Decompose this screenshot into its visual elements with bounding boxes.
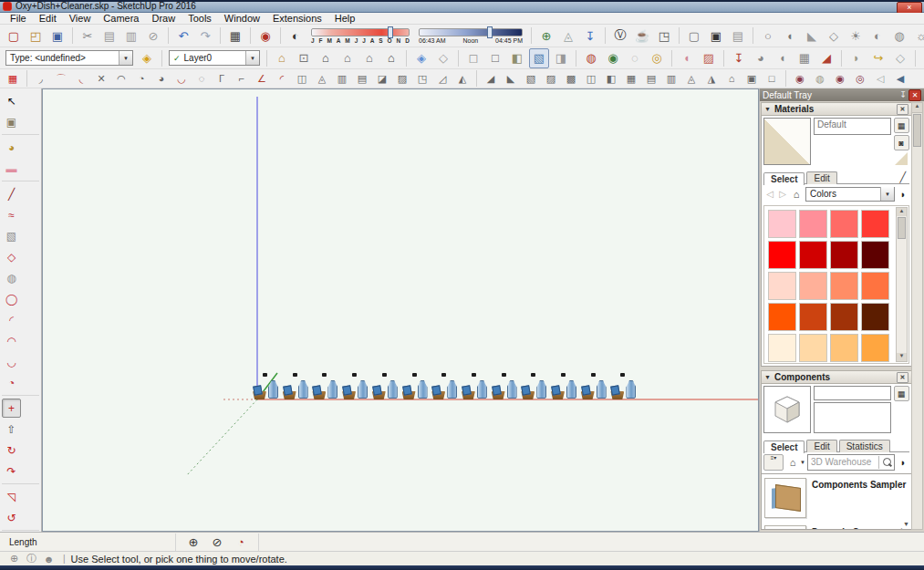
layer-dropdown-arrow[interactable]: ▼	[245, 51, 259, 65]
left-view-icon[interactable]: ⌂	[359, 48, 379, 68]
copy-icon[interactable]: ▤	[99, 26, 119, 46]
in-model-icon[interactable]: ⌂	[785, 457, 800, 468]
toggle-terrain-icon[interactable]: ◬	[558, 26, 578, 46]
door-tool-icon[interactable]: ▨	[542, 70, 560, 88]
rotated-rectangle-tool[interactable]: ◇	[2, 247, 21, 266]
bottle-basket-component[interactable]	[551, 376, 578, 399]
vray-interactive-render-icon[interactable]: ◳	[654, 26, 674, 46]
view-options-icon[interactable]: ≡▾	[763, 454, 784, 471]
skin-wire-icon[interactable]: ◌	[625, 48, 645, 68]
wrap-tool-icon[interactable]: ◇	[890, 48, 910, 68]
color-swatch[interactable]	[861, 303, 889, 331]
shaded-textures-style-icon[interactable]: ▧	[529, 48, 549, 68]
bottle-basket-component[interactable]	[581, 376, 608, 399]
color-swatch[interactable]	[861, 210, 889, 238]
classification-type-combo[interactable]: Type: <undefined> ▼	[5, 50, 133, 66]
shell-tool-icon[interactable]: ◗	[846, 48, 867, 68]
vray-lock-camera-icon[interactable]: ▤	[728, 26, 748, 46]
scale-tool[interactable]: ◹	[2, 487, 21, 506]
vray-mesh-light-icon[interactable]: ◍	[889, 26, 909, 46]
tray-scrollbar[interactable]: ▲	[911, 102, 923, 530]
monochrome-style-icon[interactable]: ◨	[551, 48, 571, 68]
menu-window[interactable]: Window	[218, 13, 266, 24]
bottle-basket-component[interactable]	[372, 376, 400, 399]
vray-batch-render-icon[interactable]: ▣	[706, 26, 726, 46]
polygon-tool[interactable]: ◯	[2, 289, 21, 308]
menu-tools[interactable]: Tools	[182, 13, 218, 24]
new-icon[interactable]: ▢	[4, 26, 24, 46]
warehouse-search-box[interactable]: 3D Warehouse	[807, 454, 895, 471]
secondary-pane-icon[interactable]: ▦	[894, 386, 909, 401]
color-swatch[interactable]	[830, 303, 858, 331]
color-swatch[interactable]	[830, 210, 858, 238]
simplify-icon[interactable]: ◳	[413, 70, 431, 88]
corner-round-icon[interactable]: Γ	[213, 70, 231, 88]
swatch-scrollbar[interactable]: ▲ ▼	[896, 207, 908, 362]
components-header[interactable]: ▼ Components ✕	[761, 370, 912, 384]
extrude-edges-icon[interactable]: ◫	[293, 70, 311, 88]
color-swatch[interactable]	[861, 334, 889, 362]
tab-edit[interactable]: Edit	[806, 171, 836, 184]
details-icon[interactable]: ◗	[897, 189, 909, 200]
solid-trim-icon[interactable]: ◎	[851, 70, 869, 88]
component-name-field[interactable]	[814, 386, 891, 400]
xray-style-icon[interactable]: ◈	[411, 48, 431, 68]
component-folder-thumbnail[interactable]	[764, 478, 806, 518]
secondary-pane-icon[interactable]: ▦	[894, 118, 909, 133]
loop-tool-icon[interactable]: ◔	[132, 70, 151, 88]
create-material-icon[interactable]: ◙	[894, 135, 909, 150]
search-icon[interactable]	[878, 456, 894, 469]
paint-bucket-tool[interactable]: ◕	[2, 138, 21, 157]
three-point-arc-tool[interactable]: ◡	[2, 352, 21, 371]
bottle-basket-component[interactable]	[342, 376, 369, 399]
vray-sun-icon[interactable]: ☼	[911, 26, 924, 46]
add-location-icon[interactable]: ⊕	[536, 26, 556, 46]
vray-render-icon[interactable]: Ⓥ	[610, 26, 630, 46]
select-tool[interactable]: ↖	[2, 91, 21, 110]
back-edges-style-icon[interactable]: ◇	[433, 48, 453, 68]
shadow-date-bar[interactable]	[311, 28, 410, 36]
hatch-tool-icon[interactable]: ▥	[662, 70, 680, 88]
pattern-tool-icon[interactable]: ▤	[642, 70, 660, 88]
vray-material-editor-icon[interactable]: ☕	[632, 26, 652, 46]
color-swatch[interactable]	[861, 272, 889, 300]
spiral-tool-icon[interactable]: ◡	[172, 70, 191, 88]
vray-half-dome-icon[interactable]: ◐	[867, 26, 888, 46]
cladding-tool-icon[interactable]: □	[763, 70, 781, 88]
scroll-up-icon[interactable]: ▲	[912, 103, 922, 113]
component-description-field[interactable]	[814, 402, 891, 433]
shape-bender-icon[interactable]: ◖	[773, 48, 793, 68]
front-view-icon[interactable]: ⌂	[316, 48, 336, 68]
angle-tool-icon[interactable]: ∠	[253, 70, 271, 88]
menu-draw[interactable]: Draw	[145, 13, 182, 24]
gold-cube-1-icon[interactable]: ◧	[920, 48, 924, 68]
color-swatch[interactable]	[830, 334, 858, 362]
layer-combo[interactable]: ✓ Layer0 ▼	[169, 50, 260, 66]
forward-arrow-icon[interactable]: ▷	[776, 189, 789, 199]
soap-sphere-icon[interactable]: ◎	[647, 48, 667, 68]
bottle-basket-component[interactable]	[462, 376, 489, 399]
scroll-thumb[interactable]	[913, 114, 921, 147]
claim-credit-icon[interactable]: ⓘ	[24, 552, 39, 565]
soap-skin-icon[interactable]: ◍	[581, 48, 601, 68]
vray-sphere-light-icon[interactable]: ○	[758, 26, 778, 46]
color-swatch[interactable]	[799, 210, 827, 238]
shadow-time-bar[interactable]	[419, 28, 523, 36]
round-corner-icon[interactable]: ◕	[751, 48, 771, 68]
in-model-icon[interactable]: ⌂	[789, 189, 804, 200]
truss-tool-icon[interactable]: ◫	[582, 70, 600, 88]
solid-intersect-icon[interactable]: ◍	[811, 70, 829, 88]
polyline-icon[interactable]: ⌒	[52, 70, 70, 88]
bezier-edit-icon[interactable]: ◟	[72, 70, 90, 88]
top-view-icon[interactable]: ⊡	[294, 48, 314, 68]
grid-tool-icon[interactable]: ▦	[794, 48, 815, 68]
classifier-tag-icon[interactable]: ◈	[137, 48, 157, 68]
erase-icon[interactable]: ⊘	[143, 26, 163, 46]
shadow-time-slider[interactable]: 06:43 AM Noon 04:45 PM	[419, 28, 523, 44]
color-swatch[interactable]	[799, 303, 827, 331]
flag-solid-icon[interactable]: ◀	[891, 70, 909, 88]
back-view-icon[interactable]: ⌂	[381, 48, 401, 68]
sign-in-icon[interactable]: ☻	[41, 552, 57, 565]
push-pull-tool[interactable]: ⇧	[2, 420, 21, 439]
vray-frame-buffer-icon[interactable]: ▢	[684, 26, 704, 46]
